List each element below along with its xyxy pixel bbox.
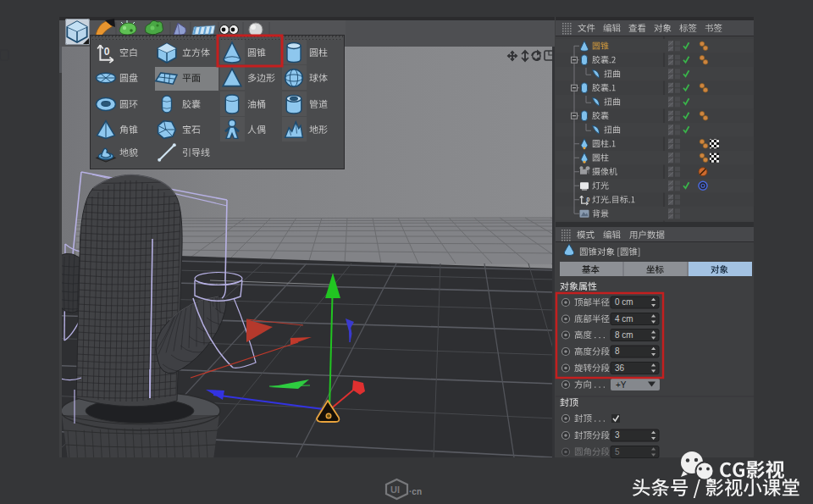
svg-text:0: 0 <box>587 197 590 202</box>
svg-text:4 cm: 4 cm <box>615 314 633 324</box>
svg-text:UI: UI <box>390 485 400 495</box>
svg-text:3: 3 <box>615 430 620 440</box>
svg-text:0: 0 <box>104 46 110 58</box>
svg-text:8: 8 <box>615 346 620 356</box>
svg-text:36: 36 <box>615 363 625 373</box>
svg-text:+Y: +Y <box>616 380 627 390</box>
svg-text:8 cm: 8 cm <box>615 330 633 340</box>
svg-text:0 cm: 0 cm <box>615 297 633 307</box>
svg-text:5: 5 <box>615 447 620 457</box>
svg-text:·cn: ·cn <box>409 487 422 496</box>
